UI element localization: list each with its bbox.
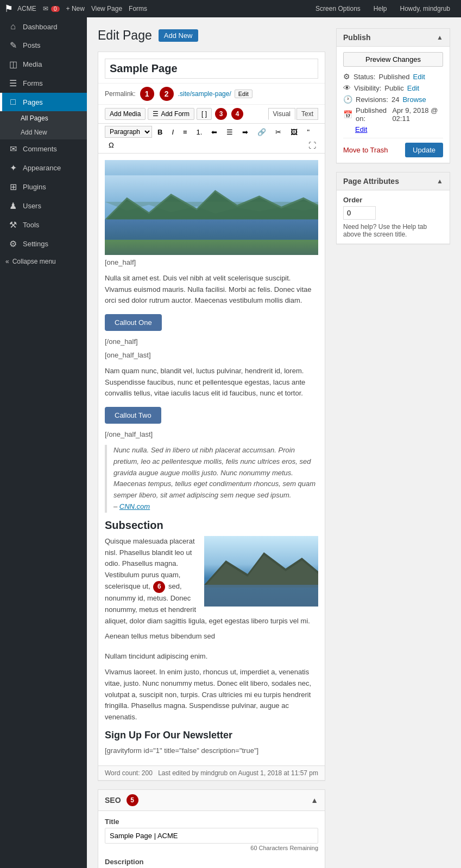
sidebar-item-label: Dashboard xyxy=(23,23,58,31)
publish-footer: Move to Trash Update xyxy=(343,138,443,157)
image-caption: Aenean tellus metus bibendum sed xyxy=(105,631,318,642)
sidebar-item-settings[interactable]: ⚙ Settings xyxy=(0,234,87,253)
blockquote: Nunc nulla. Sed in libero ut nibh placer… xyxy=(105,445,318,513)
shortcode-one-half-last-end: [/one_half_last] xyxy=(105,429,318,441)
seo-title-input[interactable] xyxy=(105,828,318,844)
order-input[interactable] xyxy=(343,206,376,220)
notifications-item[interactable]: ✉ 0 xyxy=(43,5,60,12)
dashboard-icon: ⌂ xyxy=(8,22,18,31)
blockquote-source[interactable]: CNN.com xyxy=(119,502,150,510)
published-value: Apr 9, 2018 @ 02:11 xyxy=(392,106,443,123)
sidebar-item-media[interactable]: ◫ Media xyxy=(0,55,87,74)
status-icon: ⚙ xyxy=(343,72,350,81)
status-edit-link[interactable]: Edit xyxy=(413,73,425,81)
publish-panel-header[interactable]: Publish ▲ xyxy=(337,29,450,47)
forms-menu-item[interactable]: Forms xyxy=(129,5,147,12)
comments-icon: ✉ xyxy=(8,144,18,154)
callout-two-button[interactable]: Callout Two xyxy=(105,407,161,424)
seo-header[interactable]: SEO 5 ▲ xyxy=(98,790,325,811)
sidebar-item-tools[interactable]: ⚒ Tools xyxy=(0,215,87,234)
view-page-button[interactable]: View Page xyxy=(91,5,122,12)
bold-button[interactable]: B xyxy=(154,126,166,138)
editor-toolbar: Add Media ☰ Add Form [ ] 3 4 Visual Text xyxy=(98,105,325,124)
callout-one-button[interactable]: Callout One xyxy=(105,314,162,331)
sidebar-item-forms[interactable]: ☰ Forms xyxy=(0,74,87,93)
sidebar-subitem-all-pages[interactable]: All Pages xyxy=(0,111,87,125)
subsection-paragraph-3: Vivamus laoreet. In enim justo, rhoncus … xyxy=(105,667,318,723)
revisions-row: 🕐 Revisions: 24 Browse xyxy=(343,95,443,104)
revisions-browse-link[interactable]: Browse xyxy=(402,95,426,104)
publish-panel: Publish ▲ Preview Changes ⚙ Status: Publ… xyxy=(336,28,450,163)
align-center-button[interactable]: ☰ xyxy=(223,126,237,138)
unordered-list-button[interactable]: ≡ xyxy=(179,126,191,138)
site-name[interactable]: ACME xyxy=(17,5,36,12)
new-post-button[interactable]: + New xyxy=(66,5,85,12)
collapse-menu-button[interactable]: « Collapse menu xyxy=(0,253,87,270)
sidebar-subitem-add-new[interactable]: Add New xyxy=(0,125,87,139)
tools-icon: ⚒ xyxy=(8,220,18,230)
update-button[interactable]: Update xyxy=(405,143,443,157)
collapse-arrow-icon: « xyxy=(5,258,9,265)
add-media-button[interactable]: Add Media xyxy=(105,108,146,120)
sidebar-item-plugins[interactable]: ⊞ Plugins xyxy=(0,177,87,196)
insert-image-button[interactable]: 🖼 xyxy=(287,126,301,138)
permalink-url[interactable]: .site/sample-page/ xyxy=(178,90,231,98)
editor-area: Edit Page Add New Permalink: 1 2 .site/s… xyxy=(98,28,325,868)
seo-description-field: Description Nulla sit amet est. Duis vel… xyxy=(105,858,318,868)
italic-button[interactable]: I xyxy=(168,126,178,138)
link-button[interactable]: 🔗 xyxy=(254,126,270,138)
page-attributes-toggle[interactable]: ▲ xyxy=(437,177,443,185)
publish-panel-toggle[interactable]: ▲ xyxy=(437,34,443,41)
sidebar-item-posts[interactable]: ✎ Posts xyxy=(0,36,87,55)
preview-changes-button[interactable]: Preview Changes xyxy=(343,52,443,67)
help-button[interactable]: Help xyxy=(374,5,387,12)
sidebar-item-pages[interactable]: □ Pages xyxy=(0,93,87,111)
blockquote-button[interactable]: " xyxy=(303,126,313,138)
collapse-menu-label: Collapse menu xyxy=(12,258,56,265)
sidebar-item-label: Forms xyxy=(23,79,43,87)
permalink-label: Permalink: xyxy=(105,90,136,98)
page-attributes-title: Page Attributes xyxy=(343,177,399,186)
status-row: ⚙ Status: Published Edit xyxy=(343,72,443,81)
permalink-edit-button[interactable]: Edit xyxy=(235,90,252,98)
badge-4: 4 xyxy=(231,108,243,120)
page-attributes-header[interactable]: Page Attributes ▲ xyxy=(337,173,450,190)
shortcode-one-half-end: [/one_half] xyxy=(105,336,318,348)
visual-tab[interactable]: Visual xyxy=(268,108,295,120)
move-to-trash-link[interactable]: Move to Trash xyxy=(343,146,388,154)
order-label: Order xyxy=(343,196,443,204)
align-left-button[interactable]: ⬅ xyxy=(207,126,221,138)
seo-title-field: Title 60 Characters Remaining xyxy=(105,818,318,851)
text-tab[interactable]: Text xyxy=(296,108,318,120)
visibility-row: 👁 Visibility: Public Edit xyxy=(343,84,443,92)
visibility-edit-link[interactable]: Edit xyxy=(407,84,419,92)
pages-icon: □ xyxy=(8,97,18,107)
notification-count: 0 xyxy=(51,6,60,12)
last-edited: Last edited by mindgrub on August 1, 201… xyxy=(158,769,318,777)
status-value: Published xyxy=(378,73,409,81)
published-edit-link[interactable]: Edit xyxy=(355,125,367,133)
appearance-icon: ✦ xyxy=(8,163,18,173)
sidebar-item-dashboard[interactable]: ⌂ Dashboard xyxy=(0,17,87,36)
sidebar-item-users[interactable]: ♟ Users xyxy=(0,196,87,215)
word-count: Word count: 200 xyxy=(105,769,153,777)
special-chars-button[interactable]: Ω xyxy=(105,139,118,151)
sidebar-item-label: Settings xyxy=(23,240,48,248)
page-title-input[interactable] xyxy=(105,59,318,79)
shortcode-one-half-last: [one_half_last] xyxy=(105,350,318,361)
align-right-button[interactable]: ➡ xyxy=(238,126,252,138)
sidebar-item-appearance[interactable]: ✦ Appearance xyxy=(0,158,87,177)
howdy-label[interactable]: Howdy, mindgrub xyxy=(400,5,450,12)
paragraph-select[interactable]: Paragraph xyxy=(105,126,152,138)
add-form-button[interactable]: ☰ Add Form xyxy=(148,108,194,120)
add-new-button[interactable]: Add New xyxy=(159,29,198,42)
unlink-button[interactable]: ✂ xyxy=(271,126,285,138)
screen-options-button[interactable]: Screen Options xyxy=(315,5,361,12)
seo-toggle-button[interactable]: ▲ xyxy=(311,796,318,805)
text-icon-button[interactable]: [ ] xyxy=(197,108,212,120)
sidebar-item-comments[interactable]: ✉ Comments xyxy=(0,139,87,158)
ordered-list-button[interactable]: 1. xyxy=(193,126,206,138)
visual-text-tabs: Visual Text xyxy=(268,108,318,120)
expand-editor-button[interactable]: ⛶ xyxy=(306,140,318,151)
badge-3: 3 xyxy=(215,108,227,120)
